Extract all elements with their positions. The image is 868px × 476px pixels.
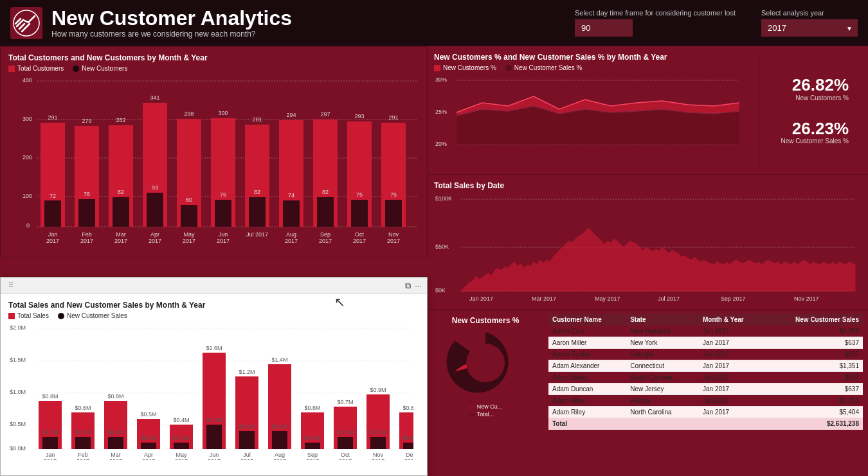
svg-text:Jul: Jul bbox=[243, 452, 251, 458]
svg-text:$0.2M: $0.2M bbox=[337, 429, 353, 436]
header-controls: Select day time frame for considering cu… bbox=[575, 9, 858, 37]
svg-text:Dec: Dec bbox=[406, 452, 413, 458]
svg-text:75: 75 bbox=[220, 191, 226, 198]
svg-text:2017: 2017 bbox=[208, 458, 221, 460]
new-sales-pct-legend-icon bbox=[505, 65, 512, 71]
year-control: Select analysis year 2017 2016 2018 bbox=[761, 9, 858, 37]
year-select[interactable]: 2017 2016 2018 bbox=[761, 19, 858, 37]
svg-text:Aug: Aug bbox=[286, 231, 296, 238]
svg-text:$1.4M: $1.4M bbox=[271, 357, 287, 363]
svg-text:2017: 2017 bbox=[183, 238, 195, 244]
new-cust-pct-label: New Customers % bbox=[795, 94, 849, 101]
window-menu-icon[interactable]: ··· bbox=[415, 281, 422, 290]
donut-total-label: Total... bbox=[477, 411, 494, 418]
legend-new-cust-pct: New Customers % bbox=[434, 64, 496, 71]
top-right-title: New Customers % and New Customer Sales %… bbox=[434, 53, 759, 62]
app-title: New Customer Analytics bbox=[51, 7, 292, 30]
new-sales-bar-aug bbox=[272, 431, 287, 449]
svg-text:20%: 20% bbox=[435, 141, 447, 147]
svg-text:2017: 2017 bbox=[240, 458, 253, 460]
new-sales-pct-value: 26.23% bbox=[792, 119, 849, 138]
svg-text:Feb: Feb bbox=[82, 231, 92, 238]
bar-aug-new bbox=[283, 200, 300, 227]
col-customer-name: Customer Name bbox=[548, 313, 626, 326]
svg-text:200: 200 bbox=[23, 154, 32, 161]
cell-state: South Carolina bbox=[626, 372, 699, 383]
svg-text:$0.3M: $0.3M bbox=[271, 423, 287, 430]
legend-new-customer-sales: New Customer Sales bbox=[58, 312, 127, 319]
window-drag-handle[interactable]: ⠿ bbox=[6, 281, 16, 290]
table-row: Adam Riley North Carolina Jan 2017 $5,40… bbox=[548, 407, 863, 418]
svg-text:$1.0M: $1.0M bbox=[10, 389, 26, 395]
dayframe-label: Select day time frame for considering cu… bbox=[575, 9, 736, 17]
svg-text:300: 300 bbox=[218, 110, 228, 116]
svg-text:$0.2M: $0.2M bbox=[75, 429, 91, 436]
cell-name: Adam Riley bbox=[548, 407, 626, 418]
svg-text:2017: 2017 bbox=[273, 458, 286, 460]
bar-feb-new bbox=[78, 199, 95, 227]
bar-sep-new bbox=[317, 197, 334, 227]
total-value: $2,631,238 bbox=[765, 418, 863, 430]
cell-sales: $1,351 bbox=[765, 395, 863, 407]
svg-text:2017: 2017 bbox=[77, 458, 89, 460]
svg-text:294: 294 bbox=[286, 112, 296, 118]
new-sales-bar-may bbox=[174, 443, 189, 449]
new-customer-sales-legend-icon bbox=[58, 313, 64, 319]
svg-text:2017: 2017 bbox=[80, 238, 93, 244]
bar-oct-new bbox=[351, 200, 368, 227]
svg-text:2017: 2017 bbox=[404, 458, 413, 460]
svg-text:$1.5M: $1.5M bbox=[10, 357, 26, 363]
svg-text:82: 82 bbox=[322, 189, 329, 195]
bottom-left-title: Total Sales and New Customer Sales by Mo… bbox=[8, 301, 419, 310]
cell-name: Adam Riley bbox=[548, 395, 626, 407]
svg-text:$0.5M: $0.5M bbox=[140, 411, 156, 418]
svg-text:100: 100 bbox=[23, 193, 32, 199]
dayframe-input[interactable] bbox=[575, 19, 633, 37]
cell-month: Jan 2017 bbox=[699, 326, 765, 337]
window-titlebar: ⠿ ⧉ ··· bbox=[1, 278, 427, 294]
svg-text:$0.9M: $0.9M bbox=[370, 387, 386, 393]
logo-icon bbox=[10, 7, 42, 39]
svg-text:Mar: Mar bbox=[116, 231, 126, 238]
cell-month: Jan 2017 bbox=[699, 360, 765, 372]
svg-text:25%: 25% bbox=[435, 109, 447, 115]
svg-text:2017: 2017 bbox=[44, 458, 57, 460]
svg-text:2017: 2017 bbox=[372, 458, 384, 460]
new-sales-pct-legend-label: New Customer Sales % bbox=[514, 64, 583, 71]
cell-sales: $1,351 bbox=[765, 360, 863, 372]
svg-text:2017: 2017 bbox=[114, 238, 127, 244]
top-left-legend: Total Customers New Customers bbox=[8, 65, 419, 72]
svg-text:2017: 2017 bbox=[387, 238, 400, 244]
svg-text:$0.1M: $0.1M bbox=[402, 435, 413, 441]
new-customers-legend-label: New Customers bbox=[82, 65, 127, 72]
svg-text:82: 82 bbox=[254, 189, 260, 195]
app-subtitle: How many customers are we considering ne… bbox=[51, 30, 292, 39]
svg-text:$0.1M: $0.1M bbox=[173, 435, 189, 441]
cell-name: Aaron Tucker bbox=[548, 349, 626, 360]
svg-text:2017: 2017 bbox=[142, 458, 155, 460]
svg-text:Sep: Sep bbox=[307, 452, 318, 458]
svg-text:Mar 2017: Mar 2017 bbox=[532, 295, 556, 302]
top-left-chart-svg: 400 300 200 100 0 291 72 Jan bbox=[8, 75, 420, 245]
svg-text:Jan 2017: Jan 2017 bbox=[469, 295, 493, 302]
svg-text:0: 0 bbox=[26, 222, 30, 229]
cell-name: Aaron Cruz bbox=[548, 326, 626, 337]
svg-text:75: 75 bbox=[356, 191, 363, 198]
svg-text:341: 341 bbox=[150, 94, 159, 101]
cell-sales: $637 bbox=[765, 337, 863, 349]
svg-text:300: 300 bbox=[23, 116, 32, 122]
svg-text:$50K: $50K bbox=[435, 243, 449, 250]
cell-name: Adam Duncan bbox=[548, 383, 626, 395]
window-restore-icon[interactable]: ⧉ bbox=[405, 281, 411, 291]
svg-text:$0.8M: $0.8M bbox=[107, 393, 123, 400]
svg-text:291: 291 bbox=[388, 114, 398, 121]
svg-text:2017: 2017 bbox=[149, 238, 161, 244]
svg-text:Apr: Apr bbox=[150, 231, 159, 238]
legend-total-sales: Total Sales bbox=[8, 312, 49, 319]
total-label: Total bbox=[548, 418, 765, 430]
new-sales-bar-jul bbox=[239, 431, 255, 449]
mid-right-chart-svg: $100K $50K $0K Jan 2017 Mar 2017 May 201… bbox=[434, 193, 858, 305]
svg-text:30%: 30% bbox=[435, 76, 447, 83]
svg-text:Oct: Oct bbox=[355, 231, 365, 238]
dayframe-control: Select day time frame for considering cu… bbox=[575, 9, 736, 37]
